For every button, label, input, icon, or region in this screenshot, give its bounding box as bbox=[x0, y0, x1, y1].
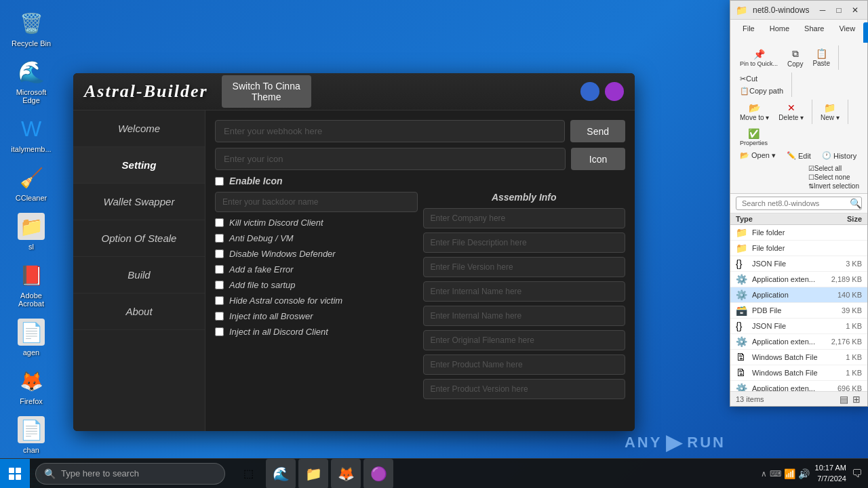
tile-view-icon[interactable]: ⊞ bbox=[851, 394, 862, 405]
file-version-input[interactable] bbox=[423, 257, 626, 277]
file-item[interactable]: {}JSON File1 KB bbox=[730, 319, 867, 334]
systray-up-icon[interactable]: ∧ bbox=[761, 469, 767, 479]
original-filename-input[interactable] bbox=[423, 330, 626, 350]
cb-defender-checkbox[interactable] bbox=[215, 249, 224, 258]
icon-firefox[interactable]: 🦊 Firefox bbox=[7, 365, 56, 408]
icon-chan[interactable]: 📄 chan bbox=[7, 413, 56, 457]
ribbon-btn-copypath[interactable]: 📋 Copy path bbox=[736, 85, 787, 97]
icon-word[interactable]: W italymemb... bbox=[7, 113, 56, 156]
file-item[interactable]: ⚙️Application exten...2,189 KB bbox=[730, 272, 867, 287]
ribbon-btn-properties[interactable]: ✅ Properties bbox=[736, 127, 772, 148]
col-header-type[interactable]: Type bbox=[736, 215, 821, 223]
ribbon-tab-file[interactable]: File bbox=[736, 22, 762, 43]
firefox-icon: 🦊 bbox=[18, 367, 45, 394]
taskbar-folder[interactable]: 📁 bbox=[298, 459, 328, 489]
cb-anti-checkbox[interactable] bbox=[215, 234, 224, 243]
cb-hide-checkbox[interactable] bbox=[215, 296, 224, 305]
internal-name1-input[interactable] bbox=[423, 281, 626, 302]
file-item[interactable]: {}JSON File3 KB bbox=[730, 256, 867, 272]
send-button[interactable]: Send bbox=[570, 120, 625, 142]
sidebar-item-build[interactable]: Build bbox=[73, 257, 205, 293]
ribbon-btn-new[interactable]: 📁 New ▾ bbox=[816, 101, 844, 123]
icon-acrobat[interactable]: 📕 Adobe Acrobat bbox=[7, 259, 56, 310]
blue-dot[interactable] bbox=[580, 82, 599, 101]
file-item[interactable]: ⚙️Application exten...696 KB bbox=[730, 381, 867, 391]
webhook-input[interactable] bbox=[215, 120, 565, 142]
copypath-icon: 📋 bbox=[740, 87, 749, 96]
ribbon-btn-edit[interactable]: ✏️ Edit bbox=[783, 150, 815, 161]
cb-fake-checkbox[interactable] bbox=[215, 265, 224, 274]
sidebar-item-setting[interactable]: Setting bbox=[73, 147, 205, 184]
file-item[interactable]: 📁File folder bbox=[730, 241, 867, 256]
ribbon-btn-pin[interactable]: 📌 Pin to Quick... bbox=[736, 47, 782, 68]
taskbar-edge[interactable]: 🌊 bbox=[266, 459, 296, 489]
backdoor-input[interactable] bbox=[215, 192, 418, 212]
product-name-input[interactable] bbox=[423, 354, 626, 375]
cb-browser-checkbox[interactable] bbox=[215, 312, 224, 321]
ribbon-tab-share[interactable]: Share bbox=[797, 22, 831, 43]
file-item[interactable]: 🗃️PDB File39 KB bbox=[730, 303, 867, 319]
file-item[interactable]: 📁File folder bbox=[730, 225, 867, 241]
ribbon-tab-home[interactable]: Home bbox=[763, 22, 796, 43]
close-button[interactable]: ✕ bbox=[848, 3, 862, 17]
maximize-button[interactable]: □ bbox=[832, 3, 846, 17]
file-item[interactable]: ⚙️Application exten...2,176 KB bbox=[730, 334, 867, 350]
taskbar-search[interactable]: 🔍 Type here to search bbox=[35, 463, 225, 485]
ribbon-btn-delete[interactable]: ✕ Delete ▾ bbox=[774, 101, 808, 123]
ribbon-btn-select-all[interactable]: ☑ Select all bbox=[806, 164, 862, 173]
taskbar-clock[interactable]: 10:17 AM 7/7/2024 bbox=[815, 463, 846, 484]
internal-name2-input[interactable] bbox=[423, 306, 626, 326]
ccleaner-label: CCleaner bbox=[16, 194, 47, 202]
ribbon-btn-cut[interactable]: ✂ Cut bbox=[736, 73, 787, 85]
recycle-bin-label: Recycle Bin bbox=[12, 39, 51, 47]
company-input[interactable] bbox=[423, 208, 626, 228]
delete-label: Delete ▾ bbox=[778, 114, 804, 121]
taskbar-firefox[interactable]: 🦊 bbox=[331, 459, 361, 489]
ribbon-tab-app-tools[interactable]: Application Tools bbox=[863, 22, 868, 43]
ribbon-tab-view[interactable]: View bbox=[832, 22, 862, 43]
cb-discord-checkbox[interactable] bbox=[215, 327, 224, 336]
file-type-icon: ⚙️ bbox=[736, 289, 748, 300]
icon-agen[interactable]: 📄 agen bbox=[7, 316, 56, 359]
sidebar-item-about[interactable]: About bbox=[73, 293, 205, 330]
switch-theme-button[interactable]: Switch To Cinna Theme bbox=[222, 75, 311, 108]
ribbon-btn-invert-selection[interactable]: ⇅ Invert selection bbox=[806, 182, 862, 190]
icon-button[interactable]: Icon bbox=[571, 148, 625, 170]
ribbon-btn-open[interactable]: 📂 Open ▾ bbox=[736, 150, 780, 161]
sidebar-item-welcome[interactable]: Welcome bbox=[73, 110, 205, 147]
icon-edge[interactable]: 🌊 Microsoft Edge bbox=[7, 56, 56, 107]
file-size: 1 KB bbox=[825, 353, 862, 361]
ribbon-btn-moveto[interactable]: 📂 Move to ▾ bbox=[736, 101, 773, 123]
product-version-input[interactable] bbox=[423, 379, 626, 399]
file-desc-input[interactable] bbox=[423, 232, 626, 253]
ribbon-btn-select-none[interactable]: ☐ Select none bbox=[806, 173, 862, 182]
purple-dot[interactable] bbox=[605, 82, 624, 101]
file-item[interactable]: 🖺Windows Batch File1 KB bbox=[730, 365, 867, 381]
file-size: 140 KB bbox=[825, 291, 862, 299]
file-item[interactable]: ⚙️Application140 KB bbox=[730, 287, 867, 303]
start-button[interactable] bbox=[0, 459, 30, 489]
file-item[interactable]: 🖺Windows Batch File1 KB bbox=[730, 350, 867, 365]
enable-icon-checkbox[interactable] bbox=[215, 177, 224, 186]
icon-input[interactable] bbox=[215, 148, 566, 170]
icon-ccleaner[interactable]: 🧹 CCleaner bbox=[7, 161, 56, 205]
firefox-label: Firefox bbox=[20, 397, 43, 405]
ribbon-btn-history[interactable]: 🕐 History bbox=[818, 150, 861, 161]
ribbon-btn-paste[interactable]: 📋 Paste bbox=[808, 47, 834, 68]
sidebar-item-option-of-steale[interactable]: Option Of Steale bbox=[73, 220, 205, 257]
taskbar-task-view[interactable]: ⬚ bbox=[233, 459, 263, 489]
icon-sl[interactable]: 📁 sl bbox=[7, 210, 56, 253]
cb-kill-checkbox[interactable] bbox=[215, 218, 224, 227]
taskbar-purple[interactable]: 🟣 bbox=[363, 459, 393, 489]
ccleaner-icon: 🧹 bbox=[18, 164, 45, 191]
icon-recycle-bin[interactable]: 🗑️ Recycle Bin bbox=[7, 7, 56, 50]
sidebar-item-wallet-swapper[interactable]: Wallet Swapper bbox=[73, 184, 205, 220]
explorer-search-input[interactable] bbox=[736, 197, 862, 210]
detail-view-icon[interactable]: ▤ bbox=[838, 394, 850, 405]
col-header-size[interactable]: Size bbox=[825, 215, 862, 223]
file-size: 1 KB bbox=[825, 322, 862, 330]
minimize-button[interactable]: ─ bbox=[816, 3, 829, 17]
cb-file-checkbox[interactable] bbox=[215, 281, 224, 289]
notification-icon[interactable]: 🗨 bbox=[852, 468, 863, 480]
ribbon-btn-copy[interactable]: ⧉ Copy bbox=[783, 47, 807, 69]
